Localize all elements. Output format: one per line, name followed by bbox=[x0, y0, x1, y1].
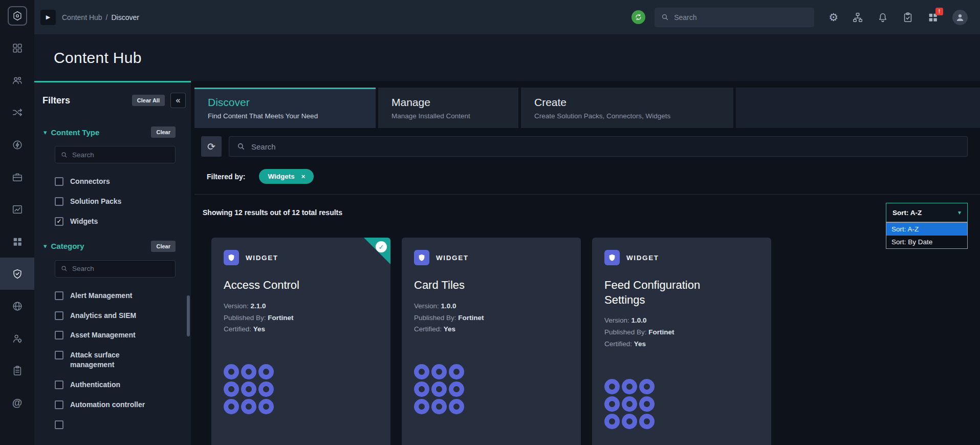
filters-panel: Filters Clear All « ▾ Content Type Clear bbox=[34, 81, 191, 445]
filter-section-header[interactable]: ▾ Category Clear bbox=[34, 231, 191, 259]
user-settings-icon bbox=[12, 333, 23, 344]
sync-status-icon[interactable] bbox=[631, 10, 645, 24]
filter-option-authentication[interactable]: ✓ Authentication bbox=[34, 375, 191, 395]
clear-section-button[interactable]: Clear bbox=[151, 241, 176, 252]
filter-option-alert-management[interactable]: ✓ Alert Management bbox=[34, 286, 191, 306]
sidebar-item-widgets[interactable] bbox=[0, 225, 34, 258]
tab-manage[interactable]: Manage Manage Installed Content bbox=[378, 88, 518, 128]
breadcrumb-parent[interactable]: Content Hub bbox=[62, 13, 102, 22]
filter-section-title: Category bbox=[51, 242, 147, 250]
sidebar-item-queues[interactable] bbox=[0, 64, 34, 96]
main-content: Discover Find Content That Meets Your Ne… bbox=[191, 81, 980, 445]
pending-tasks-button[interactable] bbox=[902, 12, 913, 23]
integrations-button[interactable] bbox=[852, 12, 863, 23]
card-header: WIDGET bbox=[224, 250, 378, 265]
alert-badge: ! bbox=[935, 8, 943, 15]
tab-create[interactable]: Create Create Solution Packs, Connectors… bbox=[521, 88, 733, 128]
checkbox[interactable]: ✓ bbox=[55, 331, 63, 340]
topbar: ▶ Content Hub / Discover ⚙ bbox=[34, 0, 980, 34]
close-icon[interactable]: × bbox=[301, 173, 306, 180]
sidebar-item-reports[interactable] bbox=[0, 193, 34, 225]
checkbox[interactable]: ✓ bbox=[55, 177, 63, 186]
sidebar-item-threat-intel[interactable] bbox=[0, 290, 34, 322]
app-logo-icon bbox=[8, 6, 27, 26]
checkbox-label: Automation controller bbox=[70, 400, 145, 410]
filter-chip-label: Widgets bbox=[268, 173, 294, 180]
system-health-button[interactable]: ! bbox=[927, 12, 939, 23]
checkbox[interactable]: ✓ bbox=[55, 351, 63, 359]
checkbox[interactable]: ✓ bbox=[55, 311, 63, 320]
shuffle-icon bbox=[12, 107, 23, 118]
tab-subtitle: Manage Installed Content bbox=[391, 112, 505, 120]
content-card-card-tiles[interactable]: ✓ WIDGET Card Tiles Version: 1.0.0 Publi… bbox=[402, 238, 581, 445]
card-meta: Version: 1.0.0 Published By: Fortinet Ce… bbox=[604, 315, 759, 350]
version-label: Version: bbox=[604, 316, 629, 324]
filter-chip-widgets[interactable]: Widgets × bbox=[259, 169, 314, 184]
clear-section-button[interactable]: Clear bbox=[151, 126, 176, 138]
card-header: WIDGET bbox=[604, 250, 759, 265]
refresh-button[interactable]: ⟳ bbox=[201, 136, 222, 157]
filter-option-solution-packs[interactable]: ✓ Solution Packs bbox=[34, 192, 191, 211]
chevron-down-icon: ▾ bbox=[958, 209, 961, 216]
sort-option-az[interactable]: Sort: A-Z bbox=[886, 223, 967, 236]
checkbox-label: Widgets bbox=[70, 217, 98, 226]
checkbox[interactable]: ✓ bbox=[55, 380, 63, 389]
sidebar-item-cases[interactable] bbox=[0, 161, 34, 193]
tab-discover[interactable]: Discover Find Content That Meets Your Ne… bbox=[194, 88, 376, 128]
app-logo[interactable] bbox=[0, 0, 34, 32]
certified-label: Certified: bbox=[604, 340, 632, 348]
card-title: Card Tiles bbox=[414, 278, 542, 293]
checkbox[interactable]: ✓ bbox=[55, 291, 63, 300]
checkbox[interactable]: ✓ bbox=[55, 217, 63, 226]
content-search-input[interactable] bbox=[251, 142, 960, 151]
filter-option-automation-controller[interactable]: ✓ Automation controller bbox=[34, 395, 191, 415]
sidebar-item-playbooks[interactable] bbox=[0, 96, 34, 129]
filter-option-analytics-siem[interactable]: ✓ Analytics and SIEM bbox=[34, 306, 191, 326]
filter-option-widgets[interactable]: ✓ Widgets bbox=[34, 211, 191, 231]
widget-type-icon bbox=[414, 250, 429, 265]
sidebar-item-automation[interactable] bbox=[0, 129, 34, 161]
collapse-panel-button[interactable]: « bbox=[170, 93, 186, 108]
sort-option-by-date[interactable]: Sort: By Date bbox=[886, 236, 967, 248]
content-card-feed-configuration[interactable]: ✓ WIDGET Feed Configuration Settings Ver… bbox=[592, 238, 771, 445]
clipboard-icon bbox=[12, 365, 23, 376]
sort-dropdown-button[interactable]: Sort: A-Z ▾ bbox=[886, 203, 968, 222]
filter-option-asset-management[interactable]: ✓ Asset Management bbox=[34, 325, 191, 345]
filter-option-cutoff[interactable]: ✓ bbox=[34, 415, 191, 434]
sidebar-item-tasks[interactable] bbox=[0, 354, 34, 387]
breadcrumb-current: Discover bbox=[112, 13, 139, 22]
sidebar-item-mentions[interactable]: @ bbox=[0, 387, 34, 419]
published-value: Fortinet bbox=[268, 314, 293, 322]
search-icon bbox=[60, 265, 68, 272]
filter-section-header[interactable]: ▾ Content Type Clear bbox=[34, 117, 191, 145]
settings-button[interactable]: ⚙ bbox=[829, 12, 838, 23]
shield-icon bbox=[12, 268, 23, 280]
search-icon bbox=[60, 151, 68, 159]
published-label: Published By: bbox=[604, 328, 647, 336]
category-search-input[interactable] bbox=[72, 265, 170, 272]
sidebar-expand-button[interactable]: ▶ bbox=[40, 10, 56, 25]
sidebar-item-dashboard[interactable] bbox=[0, 32, 34, 64]
content-card-access-control[interactable]: ✓ WIDGET Access Control Version: 2.1.0 P… bbox=[211, 238, 390, 445]
widget-type-icon bbox=[604, 250, 620, 265]
global-search-input[interactable] bbox=[674, 13, 808, 22]
tab-subtitle: Find Content That Meets Your Need bbox=[208, 112, 362, 120]
checkbox[interactable]: ✓ bbox=[55, 197, 63, 206]
card-type-label: WIDGET bbox=[626, 254, 659, 262]
certified-label: Certified: bbox=[414, 325, 442, 333]
user-avatar[interactable] bbox=[952, 10, 968, 25]
content-type-search-input[interactable] bbox=[72, 151, 170, 159]
panel-scrollbar-thumb[interactable] bbox=[187, 295, 190, 336]
published-value: Fortinet bbox=[458, 314, 484, 322]
checkbox[interactable]: ✓ bbox=[55, 420, 63, 429]
page-title: Content Hub bbox=[54, 49, 142, 67]
clear-all-button[interactable]: Clear All bbox=[132, 95, 165, 106]
checkbox[interactable]: ✓ bbox=[55, 400, 63, 409]
filter-option-connectors[interactable]: ✓ Connectors bbox=[34, 172, 191, 192]
sidebar-item-user-management[interactable] bbox=[0, 322, 34, 354]
filter-option-attack-surface[interactable]: ✓ Attack surface management bbox=[34, 345, 191, 375]
card-title: Access Control bbox=[224, 278, 352, 293]
version-value: 2.1.0 bbox=[251, 302, 266, 310]
sidebar-item-content-hub[interactable] bbox=[0, 258, 34, 290]
notifications-button[interactable] bbox=[877, 12, 888, 23]
